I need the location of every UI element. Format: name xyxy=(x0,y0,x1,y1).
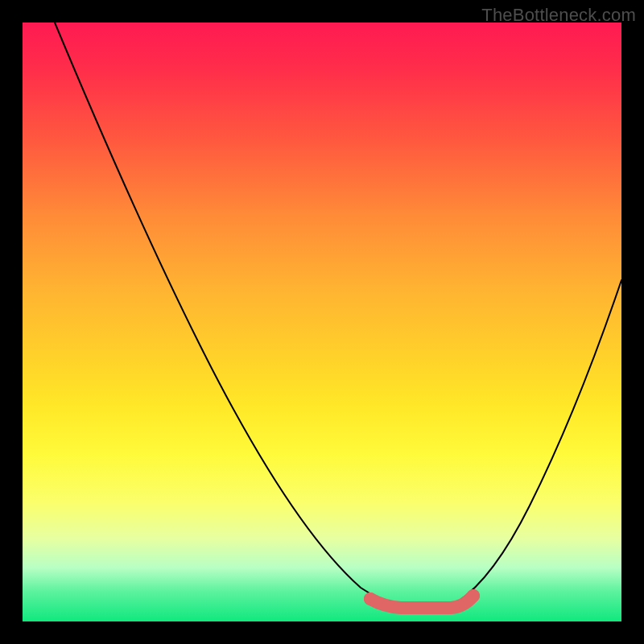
curve-right-limb xyxy=(457,280,621,602)
plot-area xyxy=(23,23,621,621)
optimal-region-start-dot xyxy=(364,592,377,605)
optimal-region-end-dot xyxy=(467,589,480,602)
curve-left-limb xyxy=(55,23,401,605)
optimal-region-marker xyxy=(370,596,473,608)
chart-stage: TheBottleneck.com xyxy=(0,0,644,644)
curve-overlay xyxy=(23,23,621,621)
